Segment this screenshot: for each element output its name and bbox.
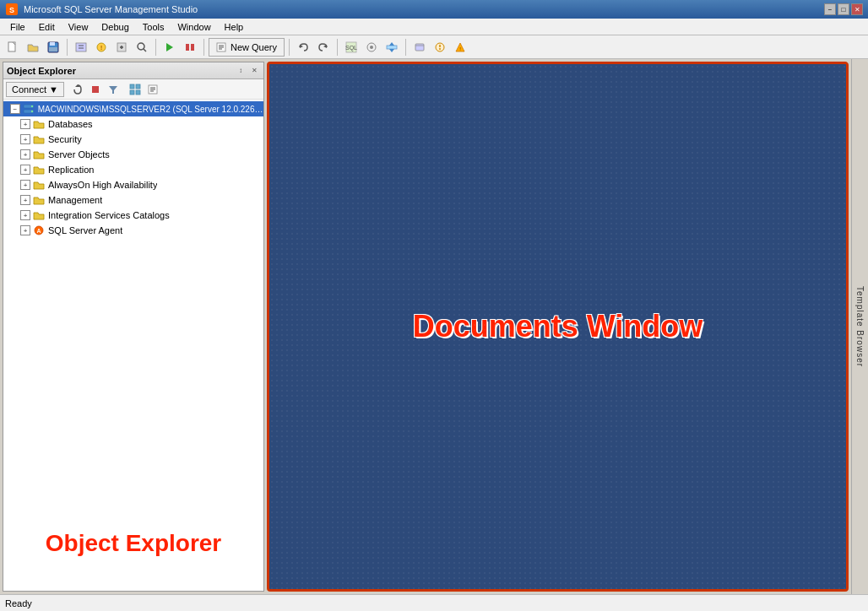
server-expand-icon[interactable]: −: [10, 104, 20, 114]
pin-button[interactable]: ↕: [235, 65, 247, 77]
new-file-button[interactable]: [3, 38, 22, 57]
object-explorer-header: Object Explorer ↕ ✕: [3, 62, 263, 79]
server-label: MACWINDOWS\MSSQLSERVER2 (SQL Server 12.0…: [38, 105, 263, 114]
object-explorer-panel: Object Explorer ↕ ✕ Connect ▼: [3, 62, 264, 592]
open-file-button[interactable]: [24, 38, 42, 57]
menu-help[interactable]: Help: [218, 20, 251, 34]
tree-integration-services[interactable]: + Integration Services Catalogs: [3, 208, 263, 223]
menu-bar: File Edit View Debug Tools Window Help: [0, 19, 868, 35]
toolbar-extra-5[interactable]: [431, 38, 449, 57]
close-button[interactable]: ✕: [851, 3, 863, 15]
tree-alwayson[interactable]: + AlwaysOn High Availability: [3, 177, 263, 192]
tree-server-node[interactable]: − MACWINDOWS\MSSQLSERVER2 (SQL Server 12…: [3, 101, 263, 116]
toolbar-sep-1: [67, 39, 68, 56]
tree-management[interactable]: + Management: [3, 192, 263, 208]
toolbar-extra-3[interactable]: [382, 38, 401, 57]
toolbar-extra-1[interactable]: SQL: [342, 38, 361, 57]
status-text: Ready: [5, 598, 32, 608]
svg-marker-40: [109, 86, 117, 94]
toolbar-btn-3[interactable]: [112, 38, 131, 57]
tree-server-objects[interactable]: + Server Objects: [3, 147, 263, 162]
replication-label: Replication: [48, 165, 94, 175]
svg-line-15: [144, 49, 146, 51]
menu-view[interactable]: View: [62, 20, 95, 34]
toolbar-redo[interactable]: [314, 38, 333, 57]
template-browser-label: Template Browser: [855, 286, 865, 367]
svg-rect-6: [76, 43, 86, 51]
toolbar-btn-5[interactable]: [160, 38, 179, 57]
oe-stop-button[interactable]: [87, 82, 104, 97]
new-query-label: New Query: [231, 42, 277, 52]
svg-rect-18: [191, 44, 194, 51]
replication-expand-icon[interactable]: +: [20, 165, 30, 175]
toolbar-btn-1[interactable]: [72, 38, 90, 57]
toolbar-undo[interactable]: [294, 38, 312, 57]
toolbar-btn-6[interactable]: [181, 38, 199, 57]
connect-label: Connect: [12, 84, 46, 95]
tree-sql-agent[interactable]: + A SQL Server Agent: [3, 223, 263, 238]
toolbar-extra-6[interactable]: !: [451, 38, 469, 57]
tree-security[interactable]: + Security: [3, 132, 263, 147]
toolbar-btn-4[interactable]: [133, 38, 151, 57]
menu-file[interactable]: File: [3, 20, 32, 34]
svg-rect-39: [92, 86, 99, 93]
integration-label: Integration Services Catalogs: [48, 210, 170, 220]
oe-new-query-button[interactable]: [144, 82, 161, 97]
oe-filter-button[interactable]: [105, 82, 122, 97]
toolbar-sep-6: [405, 39, 406, 56]
svg-point-14: [138, 43, 144, 50]
oe-sync-button[interactable]: [127, 82, 144, 97]
restore-button[interactable]: □: [838, 3, 849, 15]
management-label: Management: [48, 195, 102, 205]
agent-icon: A: [32, 224, 46, 237]
connect-button[interactable]: Connect ▼: [6, 82, 64, 97]
oe-refresh-button[interactable]: [69, 82, 86, 97]
menu-debug[interactable]: Debug: [95, 20, 135, 34]
main-toolbar: ! New Query SQL !: [0, 35, 868, 59]
new-query-button[interactable]: New Query: [209, 38, 285, 57]
toolbar-extra-4[interactable]: [410, 38, 429, 57]
svg-rect-44: [136, 90, 140, 95]
svg-text:A: A: [36, 228, 41, 234]
app-icon: S: [5, 3, 19, 16]
databases-icon: [32, 117, 46, 131]
save-button[interactable]: [44, 38, 62, 57]
server-icon: [22, 102, 35, 116]
tree-replication[interactable]: + Replication: [3, 162, 263, 177]
toolbar-extra-2[interactable]: [362, 38, 381, 57]
security-expand-icon[interactable]: +: [20, 134, 30, 144]
svg-point-36: [439, 48, 441, 50]
alwayson-label: AlwaysOn High Availability: [48, 180, 157, 190]
svg-marker-16: [166, 43, 173, 51]
svg-rect-42: [136, 84, 140, 89]
toolbar-btn-2[interactable]: !: [92, 38, 111, 57]
minimize-button[interactable]: −: [824, 3, 836, 15]
server-objects-expand-icon[interactable]: +: [20, 149, 30, 160]
panel-close-button[interactable]: ✕: [248, 65, 260, 77]
databases-expand-icon[interactable]: +: [20, 119, 30, 129]
security-label: Security: [48, 134, 82, 144]
menu-edit[interactable]: Edit: [32, 20, 62, 34]
documents-window: Documents Window: [267, 62, 849, 592]
title-bar: S Microsoft SQL Server Management Studio…: [0, 0, 868, 19]
app-title: Microsoft SQL Server Management Studio: [24, 4, 819, 14]
integration-expand-icon[interactable]: +: [20, 210, 30, 220]
svg-rect-29: [387, 46, 397, 49]
alwayson-expand-icon[interactable]: +: [20, 180, 30, 190]
replication-icon: [32, 163, 46, 176]
menu-window[interactable]: Window: [171, 20, 217, 34]
tree-databases[interactable]: + Databases: [3, 116, 263, 132]
agent-expand-icon[interactable]: +: [20, 225, 30, 235]
menu-tools[interactable]: Tools: [136, 20, 171, 34]
integration-icon: [32, 208, 46, 222]
management-expand-icon[interactable]: +: [20, 195, 30, 205]
toolbar-sep-5: [337, 39, 338, 56]
svg-marker-31: [389, 49, 394, 52]
svg-text:!: !: [100, 44, 103, 51]
toolbar-sep-2: [155, 39, 156, 56]
connect-dropdown-icon[interactable]: ▼: [49, 84, 58, 95]
toolbar-sep-4: [289, 39, 290, 56]
svg-rect-4: [50, 42, 55, 46]
template-browser-tab[interactable]: Template Browser: [851, 59, 868, 594]
svg-text:SQL: SQL: [345, 45, 357, 51]
